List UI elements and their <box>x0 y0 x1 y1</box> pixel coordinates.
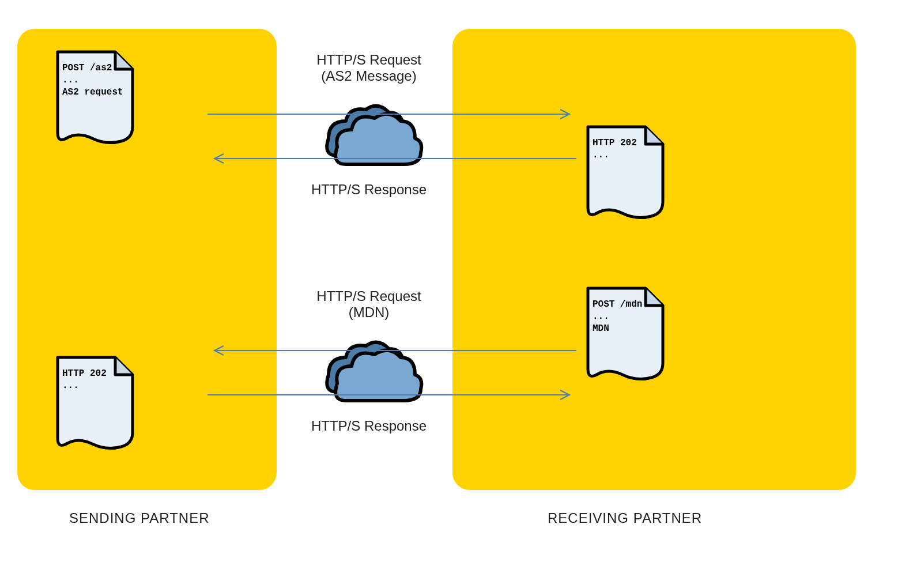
document-as2-request: POST /as2 ... AS2 request <box>52 46 138 150</box>
document-text: HTTP 202 ... <box>593 137 637 161</box>
arrow-as2-request <box>207 108 576 120</box>
document-text: POST /as2 ... AS2 request <box>62 62 123 98</box>
flow-label-line1: HTTP/S Request <box>316 52 421 67</box>
flow-label-top-request: HTTP/S Request (AS2 Message) <box>282 52 455 84</box>
arrow-mdn-request <box>207 345 576 356</box>
document-mdn-request: POST /mdn ... MDN <box>582 282 669 386</box>
document-text: POST /mdn ... MDN <box>593 299 642 334</box>
document-http202-top: HTTP 202 ... <box>582 121 669 225</box>
flow-label-line2: (AS2 Message) <box>282 68 455 84</box>
receiving-partner-label: RECEIVING PARTNER <box>548 510 702 526</box>
document-icon <box>582 121 669 225</box>
flow-label-top-response: HTTP/S Response <box>282 182 455 198</box>
flow-label-line1: HTTP/S Request <box>316 288 421 304</box>
flow-label-bottom-response: HTTP/S Response <box>282 418 455 434</box>
document-http202-bottom: HTTP 202 ... <box>52 352 138 455</box>
arrow-mdn-response <box>207 389 576 401</box>
document-text: HTTP 202 ... <box>62 368 107 392</box>
arrow-as2-response <box>207 153 576 164</box>
receiving-partner-panel <box>452 29 856 490</box>
flow-label-line2: (MDN) <box>282 304 455 321</box>
sending-partner-label: SENDING PARTNER <box>69 510 209 526</box>
flow-label-bottom-request: HTTP/S Request (MDN) <box>282 288 455 321</box>
document-icon <box>52 352 138 455</box>
